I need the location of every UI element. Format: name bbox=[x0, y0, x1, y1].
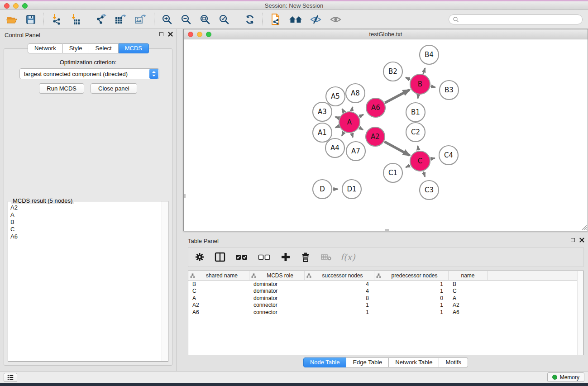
edge-C-C4[interactable] bbox=[431, 158, 435, 159]
search-field[interactable] bbox=[449, 14, 583, 24]
result-item[interactable]: A6 bbox=[10, 233, 161, 240]
table-cell[interactable]: C bbox=[449, 288, 488, 294]
add-column-button[interactable] bbox=[279, 251, 292, 263]
edge-A-A6[interactable] bbox=[359, 114, 363, 117]
table-cell[interactable]: A2 bbox=[449, 302, 488, 308]
node-C2[interactable]: C2 bbox=[406, 123, 425, 142]
function-builder-label[interactable]: f(x) bbox=[340, 252, 355, 262]
result-item[interactable]: A2 bbox=[10, 204, 161, 211]
table-cell[interactable]: 1 bbox=[305, 302, 374, 308]
zoom-in-button[interactable] bbox=[158, 13, 177, 26]
edge-A6-B[interactable] bbox=[385, 90, 410, 103]
edge-B-B1[interactable] bbox=[418, 95, 418, 99]
edge-B-B3[interactable] bbox=[431, 86, 435, 87]
import-network-button[interactable] bbox=[47, 13, 66, 26]
edge-B-B4[interactable] bbox=[423, 68, 425, 74]
node-C4[interactable]: C4 bbox=[439, 146, 458, 165]
node-A3[interactable]: A3 bbox=[313, 102, 332, 121]
show-all-button[interactable] bbox=[326, 13, 346, 26]
deselect-all-button[interactable] bbox=[256, 252, 272, 262]
network-graph[interactable]: B4B2BB3A5A8A6A3AB1A1C2A2A4A7CC4C1C3DD1 bbox=[184, 39, 588, 231]
node-D1[interactable]: D1 bbox=[342, 180, 361, 199]
criterion-select[interactable]: largest connected component (directed) bbox=[19, 68, 159, 79]
table-cell[interactable]: A bbox=[188, 295, 249, 301]
result-item[interactable]: A bbox=[10, 211, 161, 219]
float-panel-icon[interactable] bbox=[159, 32, 163, 36]
node-C[interactable]: C bbox=[410, 151, 430, 171]
table-cell[interactable]: dominator bbox=[249, 295, 305, 301]
node-A2[interactable]: A2 bbox=[366, 127, 385, 146]
hide-selected-button[interactable] bbox=[306, 13, 326, 26]
table-row[interactable]: A6connector11A6 bbox=[188, 309, 577, 316]
open-network-file-button[interactable] bbox=[266, 12, 285, 27]
vertical-scroll-indicator[interactable] bbox=[184, 194, 186, 198]
table-cell[interactable]: 1 bbox=[374, 309, 449, 315]
table-cell[interactable]: 0 bbox=[374, 295, 449, 301]
node-A8[interactable]: A8 bbox=[346, 84, 365, 103]
result-item[interactable]: C bbox=[10, 226, 161, 233]
edge-A-A4[interactable] bbox=[342, 132, 344, 136]
table-cell[interactable]: 8 bbox=[305, 295, 374, 301]
mcds-result-list[interactable]: A2ABCA6 bbox=[9, 203, 161, 361]
close-panel-button[interactable]: Close panel bbox=[91, 83, 137, 94]
node-B1[interactable]: B1 bbox=[406, 103, 425, 122]
edge-A-A3[interactable] bbox=[335, 117, 339, 118]
resize-grip-icon[interactable] bbox=[581, 224, 587, 230]
node-C1[interactable]: C1 bbox=[383, 163, 402, 182]
table-cell[interactable]: connector bbox=[249, 302, 305, 308]
node-A[interactable]: A bbox=[339, 112, 360, 133]
export-network-button[interactable] bbox=[91, 13, 111, 26]
run-mcds-button[interactable]: Run MCDS bbox=[39, 83, 84, 94]
network-window-titlebar[interactable]: testGlobe.txt bbox=[184, 29, 588, 39]
table-cell[interactable]: A6 bbox=[449, 309, 488, 315]
export-image-button[interactable] bbox=[131, 13, 151, 26]
column-header-name[interactable]: name bbox=[449, 271, 488, 280]
result-scrollbar[interactable] bbox=[162, 201, 168, 361]
node-B2[interactable]: B2 bbox=[383, 62, 402, 81]
tab-edge-table[interactable]: Edge Table bbox=[346, 357, 389, 367]
edge-A-A2[interactable] bbox=[359, 128, 363, 130]
table-cell[interactable]: A6 bbox=[188, 309, 249, 315]
edge-C-C2[interactable] bbox=[418, 146, 419, 151]
table-cell[interactable]: A bbox=[449, 295, 488, 301]
table-settings-button[interactable] bbox=[193, 251, 206, 263]
table-cell[interactable]: 4 bbox=[305, 288, 374, 294]
edge-A2-C[interactable] bbox=[384, 142, 410, 156]
table-cell[interactable]: dominator bbox=[249, 281, 305, 287]
table-row[interactable]: A2connector11A2 bbox=[188, 302, 577, 309]
node-D[interactable]: D bbox=[313, 180, 332, 199]
node-A5[interactable]: A5 bbox=[326, 87, 345, 106]
result-item[interactable]: B bbox=[10, 219, 161, 226]
refresh-button[interactable] bbox=[240, 13, 259, 26]
close-panel-icon[interactable] bbox=[168, 32, 173, 37]
export-table-button[interactable] bbox=[111, 13, 131, 26]
show-task-history-button[interactable] bbox=[4, 373, 17, 382]
column-header-MCDS-role[interactable]: MCDS role bbox=[249, 271, 305, 280]
table-cell[interactable]: C bbox=[188, 288, 249, 294]
zoom-out-button[interactable] bbox=[177, 13, 196, 26]
table-cell[interactable]: B bbox=[449, 281, 488, 287]
table-row[interactable]: Bdominator41B bbox=[188, 281, 577, 288]
delete-column-button[interactable] bbox=[299, 251, 312, 263]
float-table-panel-icon[interactable] bbox=[571, 238, 575, 242]
horizontal-scroll-indicator[interactable] bbox=[385, 229, 389, 231]
delete-table-button[interactable] bbox=[319, 252, 334, 262]
toggle-columns-button[interactable] bbox=[213, 251, 227, 263]
tab-mcds[interactable]: MCDS bbox=[119, 43, 149, 53]
memory-button[interactable]: Memory bbox=[547, 372, 584, 382]
table-row[interactable]: Adominator80A bbox=[188, 295, 577, 302]
table-cell[interactable]: 1 bbox=[374, 281, 449, 287]
tab-select[interactable]: Select bbox=[89, 43, 119, 53]
edge-A-A1[interactable] bbox=[335, 126, 339, 128]
select-all-button[interactable] bbox=[234, 252, 250, 262]
import-table-button[interactable] bbox=[66, 13, 85, 26]
node-A7[interactable]: A7 bbox=[346, 142, 365, 161]
tab-network-table[interactable]: Network Table bbox=[389, 357, 439, 367]
tab-motifs[interactable]: Motifs bbox=[439, 357, 468, 367]
node-C3[interactable]: C3 bbox=[420, 181, 439, 200]
zoom-fit-button[interactable] bbox=[196, 13, 215, 26]
node-A1[interactable]: A1 bbox=[313, 123, 332, 142]
table-cell[interactable]: A2 bbox=[188, 302, 249, 308]
column-header-successor-nodes[interactable]: successor nodes bbox=[305, 271, 374, 280]
network-canvas[interactable]: B4B2BB3A5A8A6A3AB1A1C2A2A4A7CC4C1C3DD1 bbox=[184, 39, 588, 231]
